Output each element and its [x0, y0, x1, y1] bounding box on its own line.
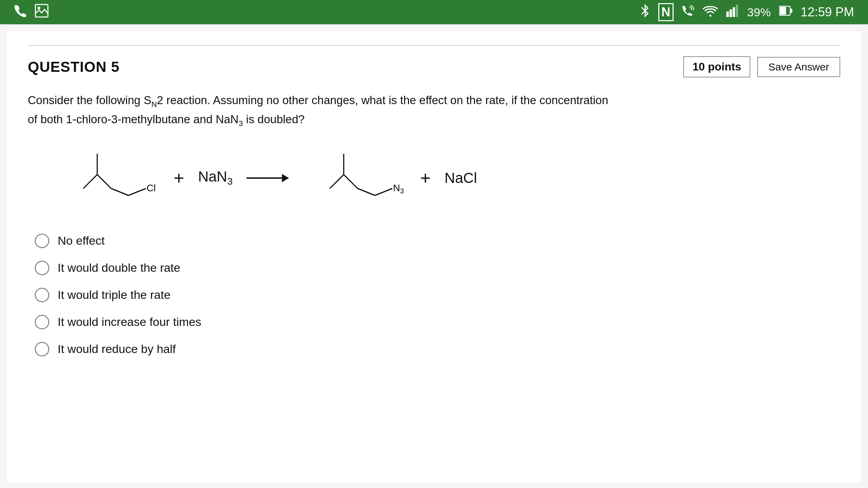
points-label: 10 points	[683, 56, 750, 77]
clock: 12:59 PM	[801, 5, 854, 19]
wifi-icon	[703, 5, 718, 20]
reactant1-molecule: Cl	[56, 143, 160, 213]
battery-percent: 39%	[747, 6, 771, 19]
phone-icon	[14, 4, 28, 20]
options-list: No effect It would double the rate It wo…	[35, 234, 840, 356]
svg-rect-5	[733, 7, 735, 17]
plus-sign-2: +	[420, 168, 431, 188]
n-network-icon: N	[658, 3, 674, 21]
option-double-rate[interactable]: It would double the rate	[35, 261, 840, 275]
status-bar-right: N 39%	[640, 3, 854, 21]
svg-line-18	[344, 175, 358, 188]
svg-line-19	[358, 188, 375, 195]
option-four-times[interactable]: It would increase four times	[35, 315, 840, 329]
image-icon	[35, 4, 49, 20]
option-reduce-half[interactable]: It would reduce by half	[35, 342, 840, 356]
battery-icon	[779, 5, 792, 19]
svg-line-17	[330, 175, 344, 188]
svg-line-14	[128, 188, 146, 195]
svg-rect-3	[726, 11, 729, 17]
option-no-effect[interactable]: No effect	[35, 234, 840, 248]
option-triple-rate-label: It would triple the rate	[58, 288, 170, 302]
phone-signal-icon	[682, 5, 694, 20]
plus-sign-1: +	[174, 168, 184, 188]
svg-rect-9	[790, 9, 792, 13]
nan3-reactant: NaN3	[198, 168, 233, 187]
svg-line-11	[83, 175, 97, 188]
main-content: QUESTION 5 10 points Save Answer Conside…	[7, 31, 861, 482]
radio-triple-rate[interactable]	[35, 288, 49, 302]
question-header: QUESTION 5 10 points Save Answer	[28, 45, 840, 77]
status-bar-left	[14, 4, 49, 20]
svg-point-2	[709, 15, 711, 17]
svg-rect-4	[729, 9, 732, 17]
reaction-arrow	[247, 177, 288, 179]
bluetooth-icon	[640, 4, 650, 20]
option-double-rate-label: It would double the rate	[58, 261, 180, 275]
radio-double-rate[interactable]	[35, 261, 49, 275]
radio-no-effect[interactable]	[35, 234, 49, 248]
reaction-diagram: Cl + NaN3 N3 + NaCl	[56, 143, 840, 213]
status-bar: N 39%	[0, 0, 868, 24]
svg-line-12	[97, 175, 111, 188]
option-four-times-label: It would increase four times	[58, 315, 201, 329]
question-text: Consider the following SN2 reaction. Ass…	[28, 91, 618, 129]
product1-molecule: N3	[302, 143, 406, 213]
option-triple-rate[interactable]: It would triple the rate	[35, 288, 840, 302]
question-meta: 10 points Save Answer	[683, 56, 840, 77]
option-reduce-half-label: It would reduce by half	[58, 342, 176, 356]
save-answer-button[interactable]: Save Answer	[757, 57, 840, 77]
svg-line-13	[111, 188, 128, 195]
svg-rect-8	[780, 7, 786, 15]
signal-bars-icon	[726, 5, 739, 20]
radio-reduce-half[interactable]	[35, 342, 49, 356]
svg-text:N3: N3	[393, 183, 404, 195]
svg-text:Cl: Cl	[147, 183, 156, 193]
nacl-product: NaCl	[444, 170, 477, 186]
question-title: QUESTION 5	[28, 59, 119, 75]
svg-point-1	[37, 7, 40, 9]
radio-four-times[interactable]	[35, 315, 49, 329]
svg-line-20	[375, 188, 392, 195]
svg-rect-6	[736, 5, 738, 17]
option-no-effect-label: No effect	[58, 234, 105, 247]
